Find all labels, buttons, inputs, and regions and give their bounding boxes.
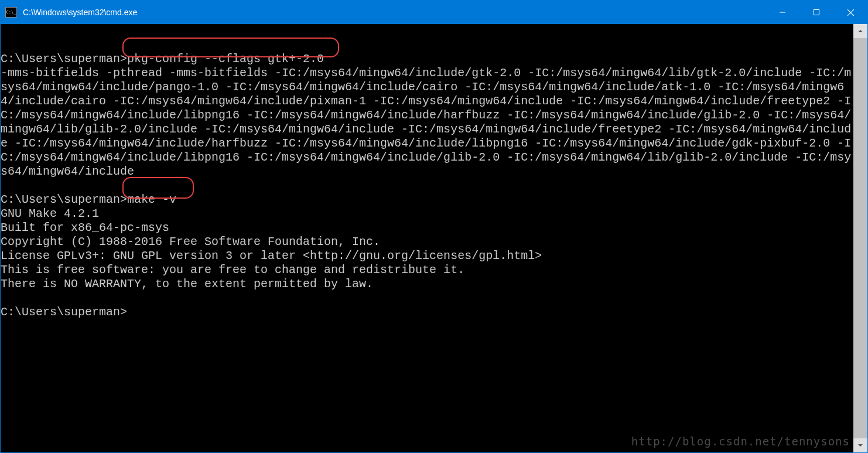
scroll-down-button[interactable] (853, 438, 867, 452)
titlebar-left: C:\Windows\system32\cmd.exe (5, 7, 137, 18)
output-text: There is NO WARRANTY, to the extent perm… (1, 277, 373, 291)
prompt: C:\Users\superman> (1, 193, 127, 206)
output-text: GNU Make 4.2.1 (1, 207, 99, 220)
terminal-output[interactable]: C:\Users\superman>pkg-config --cflags gt… (1, 24, 853, 452)
svg-rect-1 (814, 10, 819, 15)
output-text: License GPLv3+: GNU GPL version 3 or lat… (1, 249, 542, 263)
output-text: Copyright (C) 1988-2016 Free Software Fo… (1, 235, 380, 248)
output-text: -mms-bitfields -pthread -mms-bitfields -… (1, 66, 851, 178)
command-text: pkg-config --cflags gtk+-2.0 (127, 52, 324, 66)
output-text: This is free software: you are free to c… (1, 263, 464, 277)
window-buttons (766, 1, 867, 24)
chevron-down-icon (857, 442, 863, 448)
vertical-scrollbar[interactable] (853, 24, 867, 452)
minimize-icon (779, 9, 786, 16)
minimize-button[interactable] (766, 1, 799, 24)
scroll-up-button[interactable] (853, 24, 867, 38)
maximize-icon (813, 9, 820, 16)
prompt: C:\Users\superman> (1, 305, 127, 319)
client-area: C:\Users\superman>pkg-config --cflags gt… (1, 24, 867, 452)
scroll-track[interactable] (853, 38, 867, 438)
maximize-button[interactable] (799, 1, 833, 24)
close-icon (847, 9, 855, 16)
window-title: C:\Windows\system32\cmd.exe (23, 8, 137, 17)
output-text: Built for x86_64-pc-msys (1, 221, 169, 234)
command-text: make -v (127, 193, 176, 206)
prompt: C:\Users\superman> (1, 52, 127, 66)
chevron-up-icon (857, 28, 863, 34)
cmd-icon (5, 7, 17, 18)
scroll-thumb[interactable] (853, 38, 867, 438)
cmd-window: C:\Windows\system32\cmd.exe C:\Users\sup… (0, 0, 868, 453)
close-button[interactable] (833, 1, 867, 24)
titlebar[interactable]: C:\Windows\system32\cmd.exe (1, 1, 867, 24)
